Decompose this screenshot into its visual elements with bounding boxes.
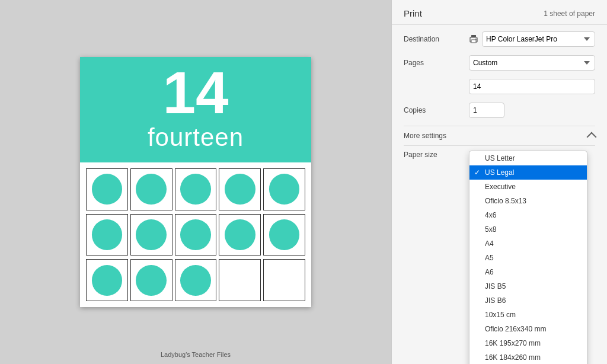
sheets-info: 1 sheet of paper bbox=[544, 9, 595, 18]
dot bbox=[269, 174, 300, 205]
dot-cell bbox=[130, 259, 172, 301]
dropdown-item-jis-b6[interactable]: JIS B6 bbox=[469, 293, 587, 308]
pages-control: Custom bbox=[469, 55, 595, 71]
preview-panel: 14 fourteen bbox=[0, 0, 391, 364]
page-top: 14 fourteen bbox=[80, 57, 311, 162]
dot-cell bbox=[263, 168, 305, 210]
dot bbox=[180, 265, 211, 296]
dropdown-item-a6[interactable]: A6 bbox=[469, 265, 587, 279]
paper-size-dropdown[interactable]: US Letter US Legal Executive Oficio 8.5x… bbox=[469, 151, 587, 364]
dropdown-item-jis-b5[interactable]: JIS B5 bbox=[469, 279, 587, 293]
dropdown-item-us-letter[interactable]: US Letter bbox=[469, 151, 587, 165]
settings-header: Print 1 sheet of paper bbox=[392, 0, 607, 25]
dot-cell bbox=[86, 259, 128, 301]
dot-cell bbox=[175, 214, 217, 256]
destination-label: Destination bbox=[404, 35, 469, 43]
dots-section bbox=[80, 162, 311, 307]
copies-label: Copies bbox=[404, 106, 469, 114]
dropdown-item-4x6[interactable]: 4x6 bbox=[469, 208, 587, 222]
svg-rect-2 bbox=[471, 40, 476, 43]
dot bbox=[225, 174, 255, 205]
dot bbox=[92, 219, 123, 250]
page-caption: Ladybug's Teacher Files bbox=[161, 351, 231, 358]
dropdown-item-executive[interactable]: Executive bbox=[469, 180, 587, 194]
dropdown-item-oficio-216x340[interactable]: Oficio 216x340 mm bbox=[469, 322, 587, 336]
settings-panel: Print 1 sheet of paper Destination HP Co… bbox=[391, 0, 607, 364]
pages-select[interactable]: Custom bbox=[469, 55, 595, 71]
dropdown-item-10x15cm[interactable]: 10x15 cm bbox=[469, 308, 587, 322]
paper-size-row: Paper size US Letter US Legal Executive … bbox=[404, 151, 595, 159]
pages-row: Pages Custom bbox=[404, 55, 595, 71]
pages-label: Pages bbox=[404, 59, 469, 67]
dot-cell bbox=[219, 259, 261, 301]
more-settings-label: More settings bbox=[404, 132, 446, 140]
dot bbox=[225, 219, 255, 250]
dot-cell bbox=[130, 214, 172, 256]
dot-cell bbox=[219, 214, 261, 256]
copies-row: Copies bbox=[404, 102, 595, 119]
destination-row: Destination HP Color LaserJet Pro bbox=[404, 31, 595, 47]
dot bbox=[136, 265, 167, 296]
dot bbox=[92, 265, 123, 296]
svg-rect-1 bbox=[471, 35, 476, 37]
dot bbox=[92, 174, 123, 205]
dot-cell bbox=[86, 168, 128, 210]
dropdown-item-us-legal[interactable]: US Legal bbox=[469, 165, 587, 180]
pages-custom-row bbox=[404, 78, 595, 95]
dot-cell bbox=[263, 259, 305, 301]
dot bbox=[180, 174, 211, 205]
pages-custom-input[interactable] bbox=[469, 79, 595, 94]
word-display: fourteen bbox=[148, 123, 244, 152]
more-settings-toggle[interactable]: More settings bbox=[404, 126, 595, 146]
dot-cell bbox=[86, 214, 128, 256]
settings-body: Destination HP Color LaserJet Pro Pages … bbox=[392, 25, 607, 364]
dot-cell bbox=[175, 168, 217, 210]
dot bbox=[136, 174, 167, 205]
dots-row-2 bbox=[86, 214, 305, 256]
number-display: 14 bbox=[162, 63, 228, 122]
dropdown-item-a4[interactable]: A4 bbox=[469, 237, 587, 251]
settings-title: Print bbox=[404, 8, 422, 18]
dropdown-item-16k-184x260[interactable]: 16K 184x260 mm bbox=[469, 350, 587, 364]
printer-svg bbox=[469, 34, 478, 44]
dots-row-3 bbox=[86, 259, 305, 301]
dot-cell bbox=[219, 168, 261, 210]
destination-select[interactable]: HP Color LaserJet Pro bbox=[482, 31, 595, 47]
dot bbox=[269, 219, 300, 250]
dots-row-1 bbox=[86, 168, 305, 210]
copies-control bbox=[469, 103, 595, 118]
dot-cell bbox=[175, 259, 217, 301]
chevron-up-icon bbox=[587, 132, 597, 142]
pages-custom-control bbox=[469, 79, 595, 94]
dropdown-item-oficio-85x13[interactable]: Oficio 8.5x13 bbox=[469, 194, 587, 208]
dot-cell bbox=[130, 168, 172, 210]
dropdown-item-5x8[interactable]: 5x8 bbox=[469, 222, 587, 237]
copies-input[interactable] bbox=[469, 103, 504, 118]
paper-size-label: Paper size bbox=[404, 151, 469, 159]
printer-icon bbox=[469, 34, 478, 44]
svg-point-3 bbox=[475, 39, 477, 40]
dot bbox=[136, 219, 167, 250]
dot-cell bbox=[263, 214, 305, 256]
dropdown-item-a5[interactable]: A5 bbox=[469, 251, 587, 265]
dot bbox=[180, 219, 211, 250]
destination-control: HP Color LaserJet Pro bbox=[469, 31, 595, 47]
page-preview: 14 fourteen bbox=[80, 57, 311, 307]
dropdown-item-16k-195x270[interactable]: 16K 195x270 mm bbox=[469, 336, 587, 350]
